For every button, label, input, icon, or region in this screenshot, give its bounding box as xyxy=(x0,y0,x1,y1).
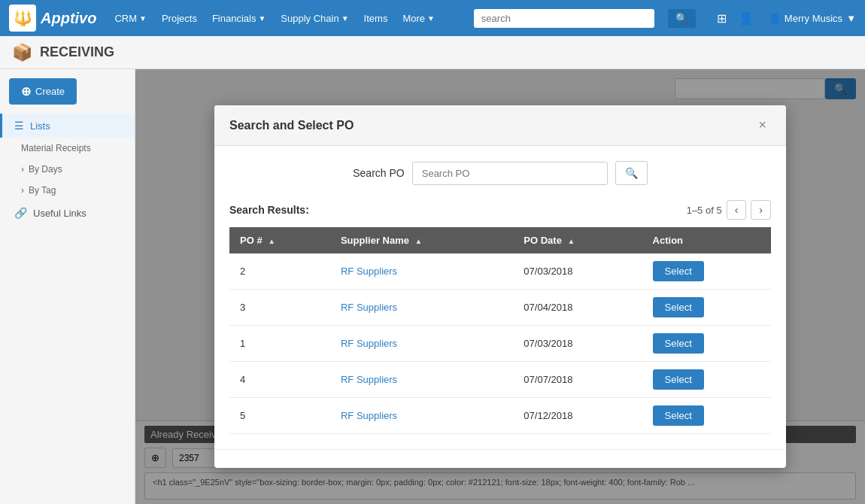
cell-supplier[interactable]: RF Suppliers xyxy=(330,326,513,362)
chevron-right-by-tag-icon: › xyxy=(21,185,24,196)
cell-supplier[interactable]: RF Suppliers xyxy=(330,362,513,398)
content-area: 🔍 Search and Select PO × Search PO 🔍 xyxy=(135,69,865,504)
search-po-button[interactable]: 🔍 xyxy=(615,161,648,185)
material-receipts-label: Material Receipts xyxy=(21,143,91,153)
lists-label: Lists xyxy=(30,120,50,132)
cell-action: Select xyxy=(642,326,771,362)
more-caret: ▼ xyxy=(427,14,435,23)
col-po-num: PO # ▲ xyxy=(229,227,330,254)
top-nav: 🔱 Apptivo CRM ▼ Projects Financials ▼ Su… xyxy=(0,0,865,36)
cell-action: Select xyxy=(642,398,771,434)
cell-po-date: 07/12/2018 xyxy=(513,398,642,434)
nav-item-financials[interactable]: Financials ▼ xyxy=(206,10,272,27)
cell-supplier[interactable]: RF Suppliers xyxy=(330,398,513,434)
select-button-1[interactable]: Select xyxy=(653,297,704,317)
cell-action: Select xyxy=(642,362,771,398)
nav-item-supply-chain[interactable]: Supply Chain ▼ xyxy=(275,10,354,27)
cell-po-num: 1 xyxy=(229,326,330,362)
cell-action: Select xyxy=(642,290,771,326)
nav-search-bar xyxy=(474,9,654,28)
results-label: Search Results: xyxy=(229,204,309,216)
nav-item-crm[interactable]: CRM ▼ xyxy=(108,10,153,27)
supply-chain-caret: ▼ xyxy=(341,14,349,23)
modal-overlay: Search and Select PO × Search PO 🔍 Searc… xyxy=(135,69,865,504)
search-po-row: Search PO 🔍 xyxy=(229,161,771,185)
pagination-next-button[interactable]: › xyxy=(751,200,771,220)
financials-caret: ▼ xyxy=(258,14,266,23)
by-days-label: By Days xyxy=(29,164,62,175)
table-row: 2 RF Suppliers 07/03/2018 Select xyxy=(229,254,771,290)
page-title-bar: 📦 RECEIVING xyxy=(12,43,114,62)
table-row: 1 RF Suppliers 07/03/2018 Select xyxy=(229,326,771,362)
user-icon: 👤 xyxy=(769,13,781,24)
user-name: Merry Musics xyxy=(785,13,842,24)
nav-item-more[interactable]: More ▼ xyxy=(396,10,441,27)
sidebar: ⊕ Create ☰ Lists Material Receipts › By … xyxy=(0,69,135,504)
receiving-icon: 📦 xyxy=(12,43,32,62)
link-icon: 🔗 xyxy=(14,207,27,219)
search-po-input[interactable] xyxy=(412,162,608,185)
col-po-date: PO Date ▲ xyxy=(513,227,642,254)
modal-body: Search PO 🔍 Search Results: 1–5 of 5 ‹ › xyxy=(214,146,786,449)
table-row: 4 RF Suppliers 07/07/2018 Select xyxy=(229,362,771,398)
modal-header: Search and Select PO × xyxy=(214,105,786,146)
table-row: 3 RF Suppliers 07/04/2018 Select xyxy=(229,290,771,326)
select-button-3[interactable]: Select xyxy=(653,369,704,390)
po-table: PO # ▲ Supplier Name ▲ PO Date ▲ Action … xyxy=(229,227,771,434)
cell-supplier[interactable]: RF Suppliers xyxy=(330,290,513,326)
nav-items: CRM ▼ Projects Financials ▼ Supply Chain… xyxy=(108,10,440,27)
select-button-4[interactable]: Select xyxy=(653,405,704,426)
results-header: Search Results: 1–5 of 5 ‹ › xyxy=(229,200,771,220)
cell-po-date: 07/03/2018 xyxy=(513,326,642,362)
nav-search-input[interactable] xyxy=(474,9,654,28)
sidebar-subitem-material-receipts: Material Receipts xyxy=(0,138,135,159)
select-button-0[interactable]: Select xyxy=(653,261,704,281)
user-caret: ▼ xyxy=(846,13,856,24)
modal: Search and Select PO × Search PO 🔍 Searc… xyxy=(214,105,786,468)
po-table-header-row: PO # ▲ Supplier Name ▲ PO Date ▲ Action xyxy=(229,227,771,254)
cell-action: Select xyxy=(642,254,771,290)
col-supplier-name: Supplier Name ▲ xyxy=(330,227,513,254)
po-num-sort-icon: ▲ xyxy=(268,237,275,245)
cell-po-num: 2 xyxy=(229,254,330,290)
select-button-2[interactable]: Select xyxy=(653,333,704,354)
nav-grid-icon[interactable]: ⊞ xyxy=(714,8,730,29)
po-table-body: 2 RF Suppliers 07/03/2018 Select 3 RF Su… xyxy=(229,254,771,434)
lists-icon: ☰ xyxy=(14,120,24,132)
plus-icon: ⊕ xyxy=(21,84,31,99)
modal-close-button[interactable]: × xyxy=(754,116,771,135)
page-title: RECEIVING xyxy=(40,44,114,60)
cell-po-num: 4 xyxy=(229,362,330,398)
create-button[interactable]: ⊕ Create xyxy=(9,78,77,105)
chevron-right-icon: › xyxy=(21,164,24,175)
sidebar-subitem-by-days[interactable]: › By Days xyxy=(0,159,135,180)
nav-item-items[interactable]: Items xyxy=(358,10,394,27)
cell-po-num: 3 xyxy=(229,290,330,326)
user-info[interactable]: 👤 Merry Musics ▼ xyxy=(769,13,856,24)
cell-po-date: 07/07/2018 xyxy=(513,362,642,398)
modal-footer xyxy=(214,449,786,468)
pagination: 1–5 of 5 ‹ › xyxy=(687,200,771,220)
second-bar: 📦 RECEIVING xyxy=(0,36,865,69)
nav-icons: ⊞ 👤 xyxy=(714,8,757,29)
cell-po-num: 5 xyxy=(229,398,330,434)
col-action: Action xyxy=(642,227,771,254)
po-date-sort-icon: ▲ xyxy=(568,237,575,245)
modal-title: Search and Select PO xyxy=(229,119,354,132)
cell-po-date: 07/04/2018 xyxy=(513,290,642,326)
sidebar-item-lists[interactable]: ☰ Lists xyxy=(0,114,135,138)
pagination-info: 1–5 of 5 xyxy=(687,205,722,216)
pagination-prev-button[interactable]: ‹ xyxy=(727,200,747,220)
po-table-head: PO # ▲ Supplier Name ▲ PO Date ▲ Action xyxy=(229,227,771,254)
crm-caret: ▼ xyxy=(139,14,147,23)
sidebar-item-useful-links[interactable]: 🔗 Useful Links xyxy=(0,201,135,225)
logo: 🔱 Apptivo xyxy=(9,5,96,32)
by-tag-label: By Tag xyxy=(29,185,56,196)
search-po-label: Search PO xyxy=(353,167,404,179)
nav-search-button[interactable]: 🔍 xyxy=(668,9,696,28)
cell-supplier[interactable]: RF Suppliers xyxy=(330,254,513,290)
sidebar-subitem-by-tag[interactable]: › By Tag xyxy=(0,180,135,201)
nav-item-projects[interactable]: Projects xyxy=(156,10,203,27)
supplier-sort-icon: ▲ xyxy=(415,237,423,245)
nav-user-icon[interactable]: 👤 xyxy=(736,8,757,29)
